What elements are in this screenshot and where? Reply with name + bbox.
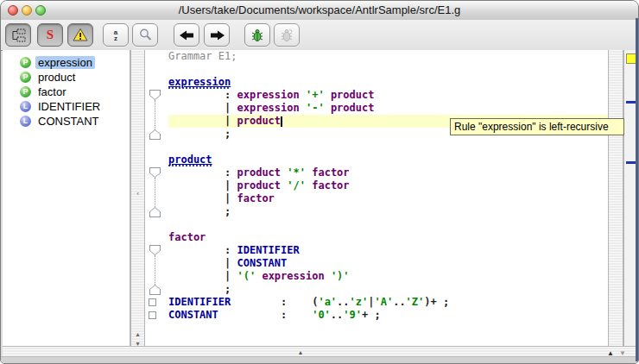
fold-open-top-icon[interactable] [149,167,161,178]
code-token[interactable]: 'A' [374,296,393,308]
code-area[interactable]: Grammar E1;expression : expression '+' p… [167,50,608,322]
code-line-8[interactable]: product [168,154,608,166]
code-line-17[interactable]: | '(' expression ')' [168,270,608,283]
rule-list[interactable]: PexpressionPproductPfactorLIDENTIFIERLCO… [3,50,130,346]
grammar-editor[interactable]: Grammar E1;expression : expression '+' p… [145,50,608,346]
code-token[interactable]: product [331,102,375,114]
code-token[interactable]: product [237,166,281,179]
code-token[interactable]: + ; [362,309,381,321]
code-token[interactable]: expression [237,102,299,114]
code-line-9[interactable]: : product '*' factor [168,166,608,179]
fold-open-top-icon[interactable] [149,90,161,100]
scroll-up-arrow-icon[interactable]: ▴ [131,331,144,338]
code-token[interactable]: factor [168,231,206,243]
rule-list-item-IDENTIFIER[interactable]: LIDENTIFIER [3,99,130,114]
rule-list-item-CONSTANT[interactable]: LCONSTANT [3,114,130,129]
code-token[interactable]: : [168,89,237,101]
code-token[interactable]: 'z' [350,296,369,308]
code-token[interactable]: .. [393,296,405,308]
code-token[interactable] [300,89,306,101]
rule-list-item-factor[interactable]: Pfactor [3,85,130,99]
code-token[interactable] [325,270,331,282]
code-token[interactable] [325,102,331,114]
code-token[interactable]: product [237,115,281,127]
code-token[interactable]: .. [337,296,349,308]
code-line-12[interactable]: ; [168,205,608,218]
code-token[interactable]: CONSTANT [168,309,218,321]
code-token[interactable]: product [331,89,375,101]
fold-box-icon[interactable] [149,298,156,306]
issue-dash-marker[interactable] [626,161,636,164]
code-line-0[interactable]: Grammar E1; [168,50,608,63]
code-token[interactable]: expression [168,76,231,89]
code-token[interactable]: | [168,270,237,282]
title-bar[interactable]: /Users/take/Documents/workspace/AntlrSam… [1,1,638,21]
code-token[interactable]: )+ ; [424,296,449,308]
code-token[interactable]: ; [168,205,231,217]
code-token[interactable]: | [168,257,237,269]
code-token[interactable]: '-' [306,102,325,114]
code-token[interactable]: factor [237,192,274,204]
code-line-11[interactable]: | factor [168,192,608,205]
issue-dash-marker[interactable] [626,101,636,104]
code-token[interactable]: Grammar E1; [168,50,237,62]
fold-open-bottom-icon[interactable] [149,129,161,140]
code-token[interactable]: IDENTIFIER [237,244,299,256]
fold-open-bottom-icon[interactable] [149,207,161,217]
code-token[interactable]: product [237,179,281,191]
syntax-coloring-button[interactable]: S [37,23,63,47]
code-token[interactable]: expression [237,89,299,101]
rule-list-item-product[interactable]: Pproduct [3,70,130,85]
code-token[interactable]: | [168,192,237,204]
code-line-3[interactable]: : expression '+' product [168,89,608,102]
syntax-warnings-button[interactable] [67,23,93,47]
code-line-14[interactable]: factor [168,231,608,244]
code-token[interactable]: product [168,154,212,166]
code-line-7[interactable] [168,141,608,154]
rule-list-scrollbar[interactable]: ‹ ▴ ▾ [130,50,145,346]
splitter-handle-icon[interactable]: ‹ [131,191,144,198]
close-button[interactable] [8,5,18,16]
code-token[interactable]: : [168,244,237,256]
go-back-button[interactable] [174,23,199,47]
code-token[interactable]: : [218,309,312,321]
code-line-10[interactable]: | product '/' factor [168,179,608,192]
code-line-15[interactable]: : IDENTIFIER [168,244,608,257]
code-token[interactable] [300,102,306,114]
code-line-2[interactable]: expression [168,76,608,89]
code-token[interactable]: : ( [231,296,318,308]
code-token[interactable]: | [168,179,237,191]
code-token[interactable]: '*' [287,166,306,179]
code-token[interactable]: CONSTANT [237,257,287,269]
code-token[interactable]: 'Z' [406,296,425,308]
code-token[interactable]: factor [312,179,349,191]
code-token[interactable]: 'a' [318,296,337,308]
code-token[interactable]: '9' [343,309,362,321]
minimize-button[interactable] [22,5,32,16]
code-token[interactable]: | [168,115,237,127]
fold-open-top-icon[interactable] [149,245,161,255]
zoom-button[interactable] [35,5,46,16]
code-token[interactable]: factor [312,166,349,179]
show-rules-button[interactable] [5,23,31,47]
code-token[interactable]: '(' [237,270,256,282]
debug-button[interactable] [244,23,270,47]
code-token[interactable]: ')' [331,270,350,282]
code-token[interactable] [325,89,331,101]
code-token[interactable]: | [168,102,237,114]
go-forward-button[interactable] [204,23,230,47]
sort-rules-button[interactable]: az [103,23,129,47]
code-token[interactable]: ; [168,128,231,140]
find-button[interactable] [132,23,158,47]
code-token[interactable]: .. [331,309,343,321]
fold-open-bottom-icon[interactable] [149,285,161,295]
code-token[interactable]: '0' [312,309,331,321]
code-line-19[interactable]: IDENTIFIER : ('a'..'z'|'A'..'Z')+ ; [168,296,608,309]
code-token[interactable]: expression [262,270,324,282]
code-token[interactable]: '+' [306,89,325,101]
code-token[interactable]: ; [168,283,231,295]
code-token[interactable]: IDENTIFIER [168,296,231,308]
fold-box-icon[interactable] [149,311,156,319]
code-line-20[interactable]: CONSTANT : '0'..'9'+ ; [168,309,608,322]
code-line-18[interactable]: ; [168,283,608,296]
